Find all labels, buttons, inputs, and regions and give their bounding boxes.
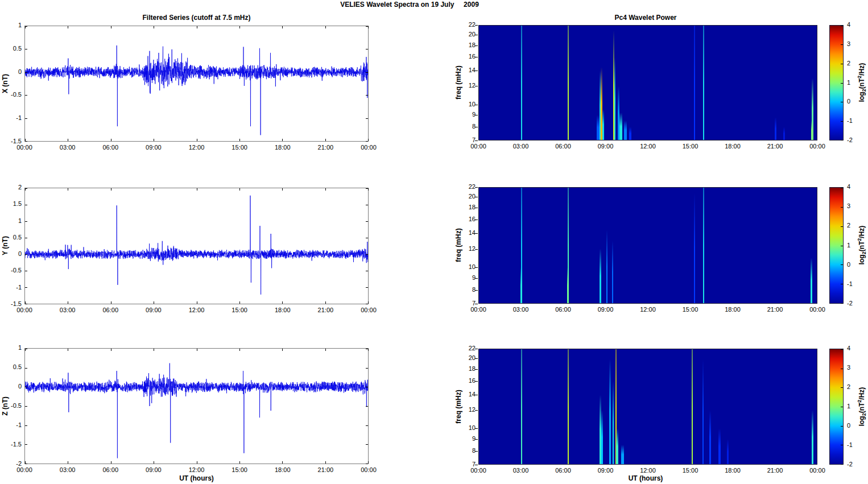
y-tick-mark [25, 141, 27, 142]
x-tick-label: 18:00 [718, 306, 747, 313]
freq-tick-label: 14 [462, 67, 476, 74]
spectral-streak [783, 127, 785, 140]
y-tick-label: 1 [1, 344, 22, 351]
colorbar-tick-mark [841, 426, 843, 427]
x-tick-label: 12:00 [634, 143, 662, 150]
xlabel-right: UT (hours) [476, 474, 815, 482]
freq-tick-mark [475, 267, 478, 268]
x-tick-label: 15:00 [225, 466, 254, 474]
x-tick-label: 15:00 [225, 307, 254, 314]
x-tick-label: 06:00 [549, 306, 577, 313]
y-tick-mark [366, 287, 368, 288]
timeseries-line [25, 196, 368, 295]
freq-tick-mark [475, 105, 478, 105]
y-tick-label: -1.5 [1, 441, 22, 448]
x-tick-mark [239, 301, 240, 304]
y-tick-label: -1 [1, 421, 22, 429]
x-tick-label: 09:00 [592, 467, 620, 474]
y-tick-label: 2 [1, 184, 22, 191]
freq-tick-mark [475, 410, 478, 411]
y-tick-mark [25, 118, 27, 119]
freq-tick-mark [475, 465, 478, 465]
x-tick-label: 03:00 [53, 144, 82, 151]
freq-tick-label: 16 [462, 216, 476, 223]
freq-tick-mark [475, 278, 478, 279]
spectrogram-panel-y [478, 187, 817, 304]
spectral-streak [521, 26, 522, 140]
freq-tick-label: 8 [462, 286, 476, 293]
freq-tick-mark [475, 358, 478, 359]
x-tick-mark [68, 301, 68, 304]
x-tick-mark [325, 301, 326, 304]
colorbar-tick-mark [841, 102, 843, 102]
freq-tick-mark [475, 304, 478, 304]
x-tick-mark [111, 349, 111, 351]
x-tick-label: 03:00 [507, 467, 535, 474]
x-tick-label: 09:00 [139, 307, 168, 314]
freq-tick-mark [475, 197, 478, 197]
x-tick-mark [197, 188, 197, 191]
x-tick-mark [111, 301, 111, 304]
spectral-streak [602, 109, 604, 140]
spectral-streak [619, 113, 622, 140]
colorbar-tick-label: 1 [847, 403, 861, 410]
x-tick-label: 03:00 [507, 306, 535, 313]
freq-tick-mark [475, 439, 478, 440]
x-tick-mark [197, 461, 197, 464]
colorbar-tick-label: 0 [847, 98, 861, 105]
colorbar-tick-label: 2 [847, 383, 861, 391]
y-tick-label: -0.5 [1, 267, 22, 274]
colorbar-tick-mark [841, 207, 843, 208]
freq-tick-label: 12 [462, 245, 476, 253]
colorbar-tick-label: -2 [847, 461, 861, 468]
freq-tick-mark [475, 233, 478, 234]
x-tick-mark [282, 26, 283, 28]
colorbar-tick-label: 2 [847, 222, 861, 229]
y-tick-mark [25, 49, 27, 49]
x-tick-mark [239, 26, 240, 28]
y-tick-mark [25, 271, 27, 271]
x-tick-mark [111, 139, 111, 141]
x-tick-mark [239, 349, 240, 351]
colorbar-tick-mark [841, 44, 843, 45]
x-tick-label: 09:00 [592, 143, 620, 150]
x-tick-mark [239, 139, 240, 141]
colorbar-tick-label: -1 [847, 280, 861, 288]
y-tick-mark [366, 205, 368, 205]
freq-tick-mark [475, 140, 478, 141]
spectral-streak [616, 428, 618, 464]
freq-tick-mark [475, 35, 478, 35]
x-tick-mark [368, 26, 369, 28]
colorbar-y [829, 187, 844, 304]
x-tick-label: 12:00 [634, 306, 662, 313]
y-tick-mark [366, 238, 368, 238]
freq-tick-label: 16 [462, 377, 476, 384]
freq-tick-label: 20 [462, 31, 476, 38]
x-tick-mark [325, 461, 326, 464]
x-tick-mark [25, 188, 26, 191]
y-tick-mark [25, 304, 27, 304]
y-tick-mark [25, 205, 27, 205]
freq-tick-mark [475, 249, 478, 250]
colorbar-tick-mark [841, 188, 843, 188]
x-tick-mark [325, 26, 326, 28]
colorbar-tick-mark [841, 121, 843, 122]
x-tick-mark [154, 139, 154, 141]
freq-tick-mark [475, 381, 478, 382]
x-tick-label: 03:00 [507, 143, 535, 150]
spectral-streak [811, 258, 812, 303]
freq-tick-label: 22 [462, 21, 476, 28]
freq-tick-mark [475, 451, 478, 452]
spectral-streak [629, 127, 631, 140]
left-column-title: Filtered Series (cutoff at 7.5 mHz) [24, 14, 369, 22]
x-tick-label: 00:00 [464, 143, 493, 150]
spectral-streak [703, 26, 704, 140]
x-tick-mark [154, 461, 154, 464]
colorbar-tick-label: 4 [847, 345, 861, 352]
x-tick-label: 21:00 [311, 144, 340, 151]
x-tick-label: 18:00 [268, 307, 297, 314]
spectral-streak [621, 445, 624, 464]
colorbar-tick-mark [841, 387, 843, 388]
x-tick-mark [154, 26, 154, 28]
freq-tick-mark [475, 395, 478, 395]
